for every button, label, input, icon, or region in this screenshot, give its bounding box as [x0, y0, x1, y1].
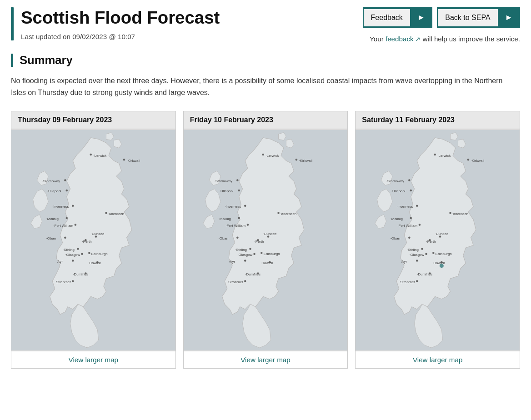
svg-text:·Perth: ·Perth [82, 240, 92, 244]
svg-point-98 [421, 248, 424, 250]
svg-text:·Glasgow: ·Glasgow [237, 253, 252, 257]
svg-text:·Mallaig: ·Mallaig [218, 217, 230, 221]
svg-point-66 [244, 260, 246, 262]
view-map-link-friday[interactable]: View larger map [184, 351, 348, 368]
svg-text:·Aberdeen: ·Aberdeen [280, 212, 296, 216]
svg-text:·Stirling: ·Stirling [235, 248, 246, 252]
svg-text:·Hawick: ·Hawick [260, 261, 273, 265]
svg-point-29 [72, 260, 74, 262]
view-map-link-saturday[interactable]: View larger map [356, 351, 520, 368]
svg-text:·Stirling: ·Stirling [407, 248, 419, 252]
feedback-note-prefix: Your [370, 35, 386, 43]
view-map-link-thursday[interactable]: View larger map [11, 351, 175, 368]
svg-text:·Glasgow: ·Glasgow [410, 253, 425, 257]
svg-point-48 [277, 212, 280, 215]
card-header-saturday: Saturday 11 February 2023 [356, 111, 520, 129]
feedback-note: Your feedback will help us improve the s… [370, 35, 520, 43]
map-thursday[interactable]: ·Lerwick ·Kirkwall ·Stornoway ·Ullapool … [11, 129, 175, 351]
svg-text:·Stornoway: ·Stornoway [42, 179, 60, 183]
back-arrow-icon: ► [498, 7, 520, 28]
svg-point-92 [408, 237, 411, 239]
svg-point-76 [434, 154, 436, 156]
section-header: Summary [11, 54, 520, 67]
svg-text:·Oban: ·Oban [391, 236, 400, 240]
svg-text:·Ayr: ·Ayr [56, 260, 63, 264]
svg-point-11 [105, 212, 107, 215]
svg-point-35 [72, 280, 74, 282]
svg-text:·Ullapool: ·Ullapool [220, 190, 234, 194]
last-updated: Last updated on 09/02/2023 @ 10:07 [21, 33, 220, 40]
svg-point-23 [77, 248, 79, 250]
svg-text:·Edinburgh: ·Edinburgh [90, 252, 108, 256]
svg-text:·Oban: ·Oban [46, 236, 56, 240]
svg-text:·Inverness: ·Inverness [397, 205, 413, 209]
forecast-card-saturday: Saturday 11 February 2023 ·Lerwick ·Kirk… [355, 111, 520, 369]
svg-point-110 [416, 280, 418, 282]
svg-point-17 [64, 237, 66, 239]
svg-text:·Ullapool: ·Ullapool [391, 190, 406, 194]
svg-text:·Edinburgh: ·Edinburgh [262, 252, 280, 256]
svg-text:·Dumfries: ·Dumfries [245, 272, 260, 276]
card-header-thursday: Thursday 09 February 2023 [11, 111, 175, 129]
forecast-card-thursday: Thursday 09 February 2023 ·Lerwick [11, 111, 176, 369]
back-to-sepa-button[interactable]: Back to SEPA ► [437, 7, 520, 28]
svg-point-3 [123, 159, 125, 161]
svg-text:·Edinburgh: ·Edinburgh [435, 252, 452, 256]
svg-point-80 [408, 179, 411, 181]
svg-text:·Dumfries: ·Dumfries [417, 272, 433, 276]
svg-point-46 [244, 205, 246, 207]
svg-point-90 [419, 224, 421, 226]
feedback-note-suffix: will help us improve the service. [421, 35, 520, 43]
svg-point-78 [467, 159, 470, 161]
svg-text:·Kirkwall: ·Kirkwall [299, 159, 312, 163]
forecast-card-friday: Friday 10 February 2023 ·Lerwick ·Kirkwa… [183, 111, 348, 369]
map-friday[interactable]: ·Lerwick ·Kirkwall ·Stornoway ·Ullapool … [184, 129, 348, 351]
back-button-label: Back to SEPA [437, 8, 497, 27]
summary-title: Summary [20, 54, 73, 67]
section-accent-bar [11, 54, 13, 67]
svg-point-9 [72, 205, 74, 207]
svg-point-44 [238, 190, 240, 192]
page-title: Scottish Flood Forecast [21, 7, 220, 28]
svg-point-25 [81, 253, 83, 255]
svg-point-84 [416, 205, 418, 207]
svg-text:·Ayr: ·Ayr [401, 260, 407, 264]
svg-text:·Mallaig: ·Mallaig [391, 217, 403, 221]
svg-point-62 [253, 253, 255, 255]
svg-point-42 [236, 179, 239, 181]
svg-point-7 [65, 190, 68, 192]
svg-point-100 [426, 253, 428, 255]
svg-text:·Lerwick: ·Lerwick [438, 154, 451, 158]
svg-text:·Lerwick: ·Lerwick [93, 154, 106, 158]
svg-text:·Hawick: ·Hawick [432, 261, 445, 265]
summary-section: Summary No flooding is expected over the… [0, 46, 531, 107]
svg-point-88 [410, 217, 412, 220]
feedback-link[interactable]: feedback [386, 35, 421, 43]
svg-text:·Stirling: ·Stirling [63, 248, 75, 252]
svg-point-38 [262, 154, 264, 156]
svg-text:·Fort William: ·Fort William [225, 224, 245, 228]
map-saturday[interactable]: ·Lerwick ·Kirkwall ·Stornoway ·Ullapool … [356, 129, 520, 351]
btn-row: Feedback ► Back to SEPA ► [363, 7, 520, 28]
svg-text:·Dundee: ·Dundee [91, 232, 105, 236]
svg-text:·Fort William: ·Fort William [398, 224, 418, 228]
svg-text:·Oban: ·Oban [218, 236, 228, 240]
svg-point-72 [244, 280, 246, 282]
svg-text:·Perth: ·Perth [254, 240, 264, 244]
feedback-button[interactable]: Feedback ► [363, 7, 433, 28]
svg-text:·Stornoway: ·Stornoway [214, 179, 232, 183]
svg-text:·Glasgow: ·Glasgow [65, 253, 80, 257]
svg-text:·Stranraer: ·Stranraer [399, 280, 415, 284]
svg-text:·Ayr: ·Ayr [229, 260, 235, 264]
feedback-button-label: Feedback [363, 8, 410, 27]
title-block: Scottish Flood Forecast Last updated on … [11, 7, 220, 40]
svg-point-15 [75, 224, 77, 226]
svg-text:·Aberdeen: ·Aberdeen [108, 212, 124, 216]
title-text-block: Scottish Flood Forecast Last updated on … [21, 7, 220, 40]
svg-text:·Stornoway: ·Stornoway [386, 179, 404, 183]
card-header-friday: Friday 10 February 2023 [184, 111, 348, 129]
svg-point-5 [64, 179, 66, 181]
svg-text:·Mallaig: ·Mallaig [46, 217, 59, 221]
svg-text:·Dundee: ·Dundee [263, 232, 276, 236]
svg-text:·Stranraer: ·Stranraer [55, 280, 71, 284]
